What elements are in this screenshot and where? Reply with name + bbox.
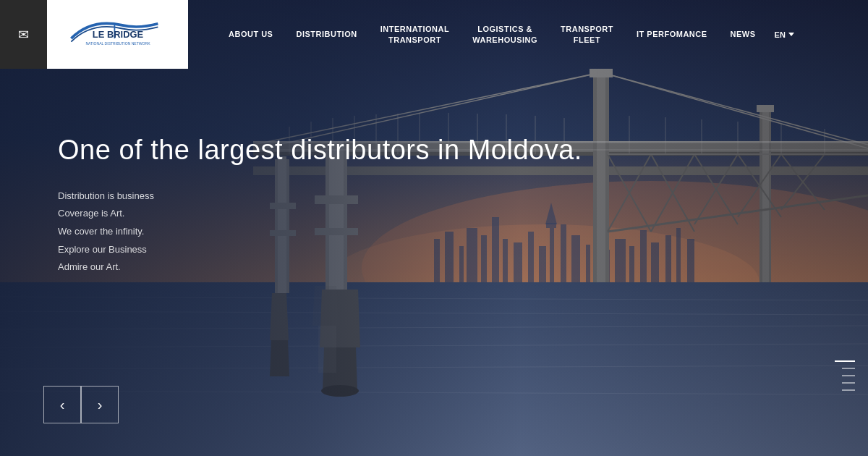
nav-transport-fleet[interactable]: TRANSPORT FLEET: [549, 24, 625, 45]
email-icon-box[interactable]: ✉: [0, 0, 47, 69]
svg-text:LE BRIDGE: LE BRIDGE: [92, 29, 143, 40]
nav-intl-line1: INTERNATIONAL: [380, 24, 450, 34]
nav-log-line2: WAREHOUSING: [472, 35, 537, 45]
logo-box[interactable]: LE BRIDGE NATIONAL DISTRIBUTION NETWORK: [47, 0, 188, 69]
slide-indicator-1[interactable]: [835, 360, 855, 362]
slide-indicator-5[interactable]: [842, 389, 855, 391]
nav-lang[interactable]: EN: [767, 30, 801, 39]
lang-label: EN: [775, 30, 786, 39]
lang-chevron-icon: [788, 33, 794, 36]
prev-slide-button[interactable]: ‹: [43, 386, 81, 423]
slide-indicators: [835, 360, 855, 391]
nav-about[interactable]: ABOUT US: [217, 29, 284, 39]
hero-desc-line-2: Coverage is Art.: [58, 205, 582, 223]
nav-logistics[interactable]: LOGISTICS & WAREHOUSING: [461, 24, 549, 45]
nav-fleet-line2: FLEET: [561, 35, 613, 45]
slide-indicator-3[interactable]: [842, 375, 855, 376]
hero-section: ✉ LE BRIDGE NATIONAL DISTRIBUTION NETWOR…: [0, 0, 868, 456]
main-nav: ABOUT US DISTRIBUTION INTERNATIONAL TRAN…: [188, 24, 868, 45]
nav-distribution[interactable]: DISTRIBUTION: [284, 29, 368, 39]
header: ✉ LE BRIDGE NATIONAL DISTRIBUTION NETWOR…: [0, 0, 868, 69]
nav-it-performance[interactable]: IT PERFOMANCE: [625, 29, 719, 39]
nav-intl-line2: TRANSPORT: [380, 35, 450, 45]
nav-log-line1: LOGISTICS &: [472, 24, 537, 34]
hero-title: One of the largest distributors in Moldo…: [58, 134, 582, 167]
hero-desc-line-5: Admire our Art.: [58, 258, 582, 276]
svg-text:NATIONAL DISTRIBUTION NETWORK: NATIONAL DISTRIBUTION NETWORK: [85, 41, 150, 46]
nav-fleet-line1: TRANSPORT: [561, 24, 613, 34]
nav-international-transport[interactable]: INTERNATIONAL TRANSPORT: [369, 24, 461, 45]
slide-indicator-2[interactable]: [842, 368, 855, 369]
hero-desc-line-1: Distribution is business: [58, 187, 582, 206]
prev-arrow-icon: ‹: [60, 397, 65, 413]
nav-news[interactable]: NEWS: [719, 29, 767, 39]
hero-desc-line-3: We cover the infinity.: [58, 223, 582, 241]
hero-desc-line-4: Explore our Business: [58, 241, 582, 259]
slide-indicator-4[interactable]: [842, 382, 855, 384]
slide-nav: ‹ ›: [43, 386, 119, 423]
hero-description: Distribution is business Coverage is Art…: [58, 187, 582, 276]
logo-svg: LE BRIDGE NATIONAL DISTRIBUTION NETWORK: [64, 13, 172, 56]
email-icon[interactable]: ✉: [18, 27, 29, 43]
hero-content: One of the largest distributors in Moldo…: [58, 134, 582, 276]
next-arrow-icon: ›: [98, 397, 103, 413]
next-slide-button[interactable]: ›: [81, 386, 119, 423]
